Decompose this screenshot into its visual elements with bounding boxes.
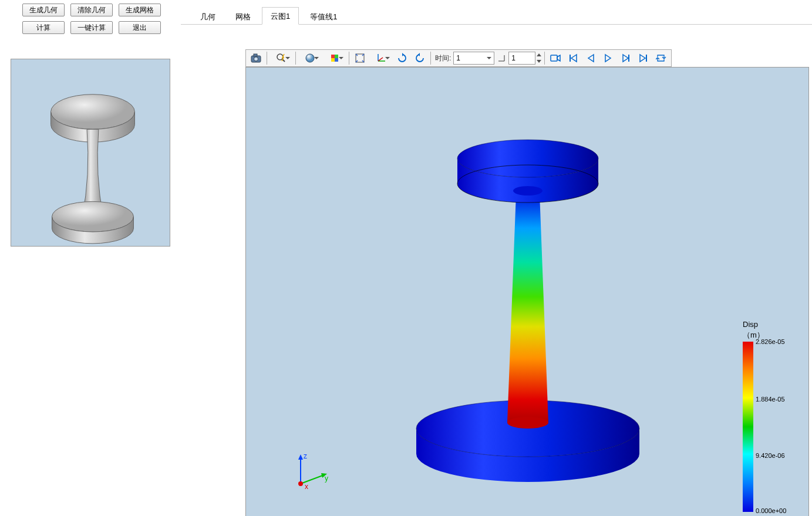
axis-gizmo: z y x — [292, 451, 333, 493]
viewport-toolbar: 时间: 1 1 — [245, 49, 672, 67]
geometry-preview[interactable] — [11, 59, 170, 247]
first-frame-button[interactable] — [565, 50, 581, 66]
svg-point-28 — [513, 186, 543, 195]
rotate-cw-icon — [397, 53, 407, 63]
next-frame-button[interactable] — [618, 50, 634, 66]
clear-geometry-button[interactable]: 清除几何 — [70, 4, 113, 16]
svg-rect-3 — [254, 54, 257, 56]
loop-button[interactable] — [653, 50, 669, 66]
cube-colormap-icon — [329, 53, 340, 63]
videocam-icon — [550, 54, 561, 62]
svg-rect-10 — [331, 58, 335, 62]
sphere-icon — [305, 53, 315, 63]
play-icon — [604, 53, 613, 63]
time-label: 时间: — [435, 53, 451, 63]
svg-point-4 — [254, 57, 258, 61]
record-button[interactable] — [547, 50, 564, 66]
left-panel: 生成几何 清除几何 生成网格 计算 一键计算 退出 — [0, 0, 181, 516]
tab-mesh[interactable]: 网格 — [227, 8, 260, 25]
legend-bar: 2.826e-05 1.884e-05 9.420e-06 0.000e+00 — [743, 342, 753, 512]
result-viewport[interactable]: z y x Disp （m） 2.826e-05 1.884e-05 9.420… — [245, 67, 809, 516]
tab-isolines[interactable]: 等值线1 — [301, 8, 346, 25]
svg-line-15 — [378, 58, 383, 61]
goto-end-button[interactable] — [495, 50, 508, 66]
svg-text:z: z — [304, 452, 307, 460]
render-style-button[interactable] — [298, 50, 322, 66]
rotate-ccw-icon — [415, 53, 425, 63]
colormap-button[interactable] — [323, 50, 346, 66]
skip-start-icon — [568, 53, 578, 63]
axis-view-button[interactable] — [369, 50, 393, 66]
zoom-lightning-button[interactable] — [269, 50, 293, 66]
preview-model — [11, 59, 170, 246]
color-legend: Disp （m） 2.826e-05 1.884e-05 9.420e-06 0… — [743, 320, 801, 512]
fit-view-button[interactable] — [352, 50, 368, 66]
play-button[interactable] — [600, 50, 616, 66]
svg-line-31 — [301, 475, 324, 484]
svg-rect-11 — [335, 58, 338, 62]
gen-geometry-button[interactable]: 生成几何 — [22, 4, 65, 16]
result-model — [246, 68, 810, 516]
rotate-cw-button[interactable] — [394, 50, 410, 66]
tab-bar: 几何 网格 云图1 等值线1 — [181, 0, 812, 25]
tab-contour[interactable]: 云图1 — [262, 7, 299, 25]
snapshot-button[interactable] — [248, 50, 264, 66]
svg-point-5 — [277, 54, 283, 60]
svg-rect-8 — [331, 55, 335, 58]
fit-icon — [355, 53, 365, 63]
svg-text:y: y — [325, 474, 328, 483]
legend-tick-min: 0.000e+00 — [756, 507, 786, 514]
step-end-icon — [497, 54, 506, 62]
magnifier-lightning-icon — [276, 53, 287, 63]
step-forward-icon — [621, 53, 631, 63]
exit-button[interactable]: 退出 — [119, 21, 161, 34]
last-frame-button[interactable] — [635, 50, 652, 66]
legend-tick-q: 9.420e-06 — [756, 452, 785, 459]
loop-icon — [656, 53, 666, 63]
right-panel: 几何 网格 云图1 等值线1 — [181, 0, 812, 516]
content-area: 时间: 1 1 — [181, 25, 812, 516]
frame-spin[interactable]: 1 — [508, 52, 535, 65]
one-click-compute-button[interactable]: 一键计算 — [70, 21, 113, 34]
svg-point-25 — [457, 140, 598, 177]
axes-icon — [376, 53, 386, 63]
legend-title: Disp — [743, 320, 801, 329]
tab-geometry[interactable]: 几何 — [191, 8, 224, 25]
svg-rect-9 — [335, 55, 338, 58]
svg-point-24 — [507, 417, 548, 429]
legend-tick-max: 2.826e-05 — [756, 338, 785, 345]
time-combo[interactable]: 1 — [453, 52, 494, 65]
svg-text:x: x — [305, 483, 308, 491]
rotate-ccw-button[interactable] — [412, 50, 428, 66]
gen-mesh-button[interactable]: 生成网格 — [119, 4, 161, 16]
play-back-icon — [586, 53, 595, 63]
legend-tick-mid: 1.884e-05 — [756, 396, 785, 403]
camera-icon — [251, 53, 261, 63]
svg-point-33 — [298, 481, 303, 486]
prev-frame-button[interactable] — [582, 50, 599, 66]
svg-rect-18 — [551, 55, 557, 61]
compute-button[interactable]: 计算 — [22, 21, 65, 34]
svg-point-7 — [306, 54, 314, 62]
spinner-arrows-icon[interactable] — [535, 52, 543, 65]
skip-end-icon — [639, 53, 648, 63]
